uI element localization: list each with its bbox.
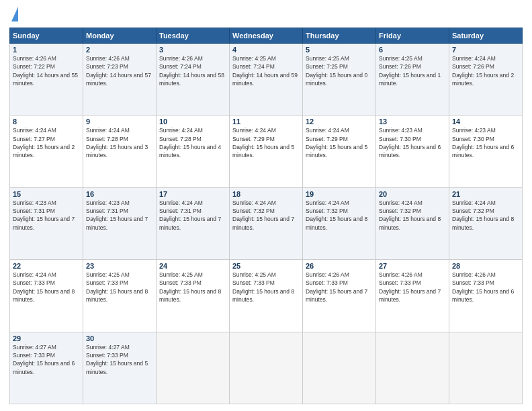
calendar-day-cell: 12Sunrise: 4:24 AMSunset: 7:29 PMDayligh… (303, 116, 376, 187)
day-number: 5 (306, 46, 373, 54)
day-number: 13 (379, 118, 446, 126)
calendar-day-cell (157, 332, 230, 404)
day-number: 16 (86, 190, 153, 198)
calendar-day-cell: 19Sunrise: 4:24 AMSunset: 7:32 PMDayligh… (303, 187, 376, 259)
day-number: 18 (232, 190, 300, 198)
day-number: 22 (13, 262, 80, 270)
day-info: Sunrise: 4:25 AMSunset: 7:26 PMDaylight:… (379, 54, 446, 87)
calendar-day-header: Tuesday (157, 28, 230, 44)
day-number: 23 (86, 262, 153, 270)
calendar-day-cell: 23Sunrise: 4:25 AMSunset: 7:33 PMDayligh… (83, 260, 157, 332)
day-number: 6 (379, 46, 446, 54)
day-number: 12 (306, 118, 373, 126)
calendar-day-cell: 11Sunrise: 4:24 AMSunset: 7:29 PMDayligh… (230, 116, 303, 187)
calendar-day-cell: 22Sunrise: 4:24 AMSunset: 7:33 PMDayligh… (10, 260, 83, 332)
calendar-day-cell: 25Sunrise: 4:25 AMSunset: 7:33 PMDayligh… (230, 260, 303, 332)
calendar-day-cell: 18Sunrise: 4:24 AMSunset: 7:32 PMDayligh… (230, 187, 303, 259)
logo-triangle-icon (11, 7, 18, 21)
day-number: 10 (159, 118, 226, 126)
calendar-week-row: 8Sunrise: 4:24 AMSunset: 7:27 PMDaylight… (10, 116, 523, 187)
day-info: Sunrise: 4:25 AMSunset: 7:24 PMDaylight:… (232, 54, 300, 87)
calendar-day-cell: 4Sunrise: 4:25 AMSunset: 7:24 PMDaylight… (230, 44, 303, 116)
day-info: Sunrise: 4:23 AMSunset: 7:31 PMDaylight:… (86, 199, 153, 232)
day-number: 30 (86, 334, 153, 342)
day-info: Sunrise: 4:26 AMSunset: 7:33 PMDaylight:… (306, 271, 373, 304)
day-info: Sunrise: 4:23 AMSunset: 7:30 PMDaylight:… (379, 126, 446, 159)
day-info: Sunrise: 4:24 AMSunset: 7:32 PMDaylight:… (452, 199, 519, 232)
day-number: 27 (379, 262, 446, 270)
day-info: Sunrise: 4:24 AMSunset: 7:31 PMDaylight:… (159, 199, 226, 232)
calendar-day-cell: 13Sunrise: 4:23 AMSunset: 7:30 PMDayligh… (376, 116, 449, 187)
calendar-day-cell (376, 332, 449, 404)
day-info: Sunrise: 4:25 AMSunset: 7:33 PMDaylight:… (86, 271, 153, 304)
calendar-day-cell: 14Sunrise: 4:23 AMSunset: 7:30 PMDayligh… (449, 116, 523, 187)
calendar-day-cell: 24Sunrise: 4:25 AMSunset: 7:33 PMDayligh… (157, 260, 230, 332)
calendar-day-cell: 16Sunrise: 4:23 AMSunset: 7:31 PMDayligh… (83, 187, 157, 259)
day-info: Sunrise: 4:27 AMSunset: 7:33 PMDaylight:… (86, 343, 153, 376)
day-info: Sunrise: 4:24 AMSunset: 7:33 PMDaylight:… (13, 271, 80, 304)
calendar-day-cell: 30Sunrise: 4:27 AMSunset: 7:33 PMDayligh… (83, 332, 157, 404)
day-info: Sunrise: 4:25 AMSunset: 7:33 PMDaylight:… (232, 271, 300, 304)
day-info: Sunrise: 4:24 AMSunset: 7:26 PMDaylight:… (452, 54, 519, 87)
calendar-day-cell: 29Sunrise: 4:27 AMSunset: 7:33 PMDayligh… (10, 332, 83, 404)
day-number: 17 (159, 190, 226, 198)
calendar-day-header: Saturday (449, 28, 523, 44)
day-number: 2 (86, 46, 153, 54)
day-number: 21 (452, 190, 519, 198)
logo (9, 7, 18, 22)
calendar-day-cell: 26Sunrise: 4:26 AMSunset: 7:33 PMDayligh… (303, 260, 376, 332)
calendar-week-row: 15Sunrise: 4:23 AMSunset: 7:31 PMDayligh… (10, 187, 523, 259)
day-number: 26 (306, 262, 373, 270)
day-info: Sunrise: 4:24 AMSunset: 7:28 PMDaylight:… (86, 126, 153, 159)
calendar-day-cell: 10Sunrise: 4:24 AMSunset: 7:28 PMDayligh… (157, 116, 230, 187)
calendar-day-cell (303, 332, 376, 404)
calendar-week-row: 1Sunrise: 4:26 AMSunset: 7:22 PMDaylight… (10, 44, 523, 116)
day-info: Sunrise: 4:23 AMSunset: 7:31 PMDaylight:… (13, 199, 80, 232)
calendar-day-cell: 6Sunrise: 4:25 AMSunset: 7:26 PMDaylight… (376, 44, 449, 116)
day-info: Sunrise: 4:24 AMSunset: 7:28 PMDaylight:… (159, 126, 226, 159)
header (9, 7, 523, 22)
calendar-day-cell: 27Sunrise: 4:26 AMSunset: 7:33 PMDayligh… (376, 260, 449, 332)
day-number: 25 (232, 262, 300, 270)
calendar-week-row: 29Sunrise: 4:27 AMSunset: 7:33 PMDayligh… (10, 332, 523, 404)
day-info: Sunrise: 4:23 AMSunset: 7:30 PMDaylight:… (452, 126, 519, 159)
day-info: Sunrise: 4:24 AMSunset: 7:32 PMDaylight:… (379, 199, 446, 232)
calendar-day-cell: 17Sunrise: 4:24 AMSunset: 7:31 PMDayligh… (157, 187, 230, 259)
calendar-day-header: Sunday (10, 28, 83, 44)
day-number: 24 (159, 262, 226, 270)
day-info: Sunrise: 4:25 AMSunset: 7:25 PMDaylight:… (306, 54, 373, 87)
day-info: Sunrise: 4:26 AMSunset: 7:33 PMDaylight:… (452, 271, 519, 304)
day-info: Sunrise: 4:27 AMSunset: 7:33 PMDaylight:… (13, 343, 80, 376)
page: SundayMondayTuesdayWednesdayThursdayFrid… (0, 0, 532, 411)
calendar-day-cell (449, 332, 523, 404)
day-number: 7 (452, 46, 519, 54)
day-number: 4 (232, 46, 300, 54)
day-number: 28 (452, 262, 519, 270)
day-info: Sunrise: 4:25 AMSunset: 7:33 PMDaylight:… (159, 271, 226, 304)
calendar-day-cell (230, 332, 303, 404)
calendar-day-cell: 9Sunrise: 4:24 AMSunset: 7:28 PMDaylight… (83, 116, 157, 187)
day-info: Sunrise: 4:24 AMSunset: 7:27 PMDaylight:… (13, 126, 80, 159)
day-info: Sunrise: 4:24 AMSunset: 7:32 PMDaylight:… (306, 199, 373, 232)
calendar-day-header: Wednesday (230, 28, 303, 44)
calendar-day-cell: 5Sunrise: 4:25 AMSunset: 7:25 PMDaylight… (303, 44, 376, 116)
day-number: 19 (306, 190, 373, 198)
calendar-header-row: SundayMondayTuesdayWednesdayThursdayFrid… (10, 28, 523, 44)
calendar-day-header: Monday (83, 28, 157, 44)
calendar-day-cell: 7Sunrise: 4:24 AMSunset: 7:26 PMDaylight… (449, 44, 523, 116)
day-info: Sunrise: 4:24 AMSunset: 7:29 PMDaylight:… (306, 126, 373, 159)
day-info: Sunrise: 4:24 AMSunset: 7:29 PMDaylight:… (232, 126, 300, 159)
day-number: 1 (13, 46, 80, 54)
calendar-day-cell: 28Sunrise: 4:26 AMSunset: 7:33 PMDayligh… (449, 260, 523, 332)
day-info: Sunrise: 4:26 AMSunset: 7:22 PMDaylight:… (13, 54, 80, 87)
calendar-day-cell: 1Sunrise: 4:26 AMSunset: 7:22 PMDaylight… (10, 44, 83, 116)
calendar-day-cell: 8Sunrise: 4:24 AMSunset: 7:27 PMDaylight… (10, 116, 83, 187)
day-info: Sunrise: 4:26 AMSunset: 7:33 PMDaylight:… (379, 271, 446, 304)
day-info: Sunrise: 4:26 AMSunset: 7:23 PMDaylight:… (86, 54, 153, 87)
calendar-day-cell: 20Sunrise: 4:24 AMSunset: 7:32 PMDayligh… (376, 187, 449, 259)
day-info: Sunrise: 4:24 AMSunset: 7:32 PMDaylight:… (232, 199, 300, 232)
calendar-table: SundayMondayTuesdayWednesdayThursdayFrid… (9, 28, 523, 404)
day-number: 14 (452, 118, 519, 126)
calendar-day-header: Thursday (303, 28, 376, 44)
day-number: 29 (13, 334, 80, 342)
